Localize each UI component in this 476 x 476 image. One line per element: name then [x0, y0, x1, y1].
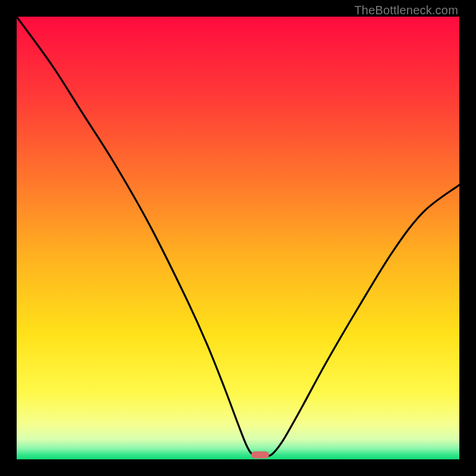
optimal-marker	[251, 452, 269, 459]
bottleneck-chart	[17, 17, 459, 459]
gradient-background	[17, 17, 459, 459]
chart-frame: TheBottleneck.com	[0, 0, 476, 476]
watermark-text: TheBottleneck.com	[354, 4, 458, 17]
plot-area	[17, 17, 459, 459]
